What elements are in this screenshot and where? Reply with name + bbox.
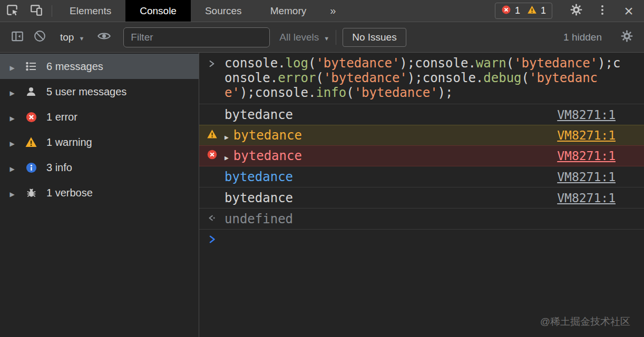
- console-result-row: undefined: [199, 209, 644, 230]
- devtools-tab-bar: Elements Console Sources Memory » 1: [0, 0, 644, 22]
- message-text: bytedance: [225, 191, 293, 205]
- user-icon: [22, 85, 40, 98]
- sidebar-item-all-messages[interactable]: 6 messages: [0, 54, 199, 79]
- warning-icon: [22, 136, 40, 148]
- console-toolbar: top All levels No Issues 1 hidden: [0, 22, 644, 53]
- console-content: 6 messages 5 user messages: [0, 53, 644, 337]
- block-icon: [33, 29, 46, 45]
- sidebar-item-warnings[interactable]: 1 warning: [0, 130, 199, 155]
- settings-button[interactable]: [564, 3, 588, 18]
- error-icon: [22, 111, 40, 123]
- filter-input[interactable]: [123, 27, 270, 47]
- source-link[interactable]: VM8271:1: [557, 170, 616, 184]
- disclosure-triangle-icon[interactable]: [5, 187, 19, 199]
- result-value: undefined: [225, 212, 293, 226]
- disclosure-triangle-icon[interactable]: [5, 162, 19, 174]
- prompt-chevron-icon: [207, 234, 218, 247]
- chevron-down-icon: [324, 32, 329, 43]
- console-prompt-row[interactable]: [199, 230, 644, 251]
- sidebar-item-label: 1 error: [46, 111, 77, 123]
- disclosure-triangle-icon[interactable]: [5, 136, 19, 148]
- close-devtools-button[interactable]: ×: [617, 3, 641, 19]
- clear-console-button[interactable]: [28, 29, 51, 45]
- source-link[interactable]: VM8271:1: [557, 191, 616, 205]
- gear-icon: [620, 29, 633, 45]
- message-text: bytedance: [233, 148, 302, 163]
- warning-icon: [207, 128, 218, 143]
- sidebar-item-label: 3 info: [46, 162, 72, 174]
- sidebar-item-verbose[interactable]: 1 verbose: [0, 180, 199, 205]
- device-toolbar-icon: [30, 3, 43, 19]
- sidebar-panel-icon: [11, 29, 24, 45]
- source-link[interactable]: VM8271:1: [557, 149, 616, 163]
- console-sidebar: 6 messages 5 user messages: [0, 53, 199, 337]
- console-message-debug: bytedance VM8271:1: [199, 166, 644, 187]
- disclosure-triangle-icon[interactable]: [5, 111, 19, 123]
- javascript-context-selector[interactable]: top: [60, 32, 84, 43]
- gear-icon: [570, 3, 583, 18]
- create-live-expression-button[interactable]: [93, 29, 115, 45]
- sidebar-item-label: 6 messages: [46, 61, 103, 73]
- divider: [336, 30, 336, 45]
- more-tabs-button[interactable]: »: [320, 0, 345, 22]
- warning-count-icon: [527, 5, 537, 17]
- context-label: top: [60, 32, 74, 43]
- sidebar-item-user-messages[interactable]: 5 user messages: [0, 79, 199, 104]
- command-echo-row: console.log('bytedance');console.warn('b…: [199, 53, 644, 104]
- kebab-menu-icon: [596, 4, 609, 18]
- console-message-error: bytedance VM8271:1: [199, 145, 644, 166]
- error-icon: [207, 148, 218, 163]
- toggle-device-toolbar-button[interactable]: [24, 0, 48, 22]
- sidebar-item-errors[interactable]: 1 error: [0, 104, 199, 130]
- toggle-console-sidebar-button[interactable]: [6, 29, 28, 45]
- watermark-text: @稀土掘金技术社区: [540, 315, 630, 329]
- sidebar-item-info[interactable]: 3 info: [0, 155, 199, 180]
- tab-console[interactable]: Console: [125, 0, 191, 22]
- tab-memory[interactable]: Memory: [256, 0, 321, 22]
- sidebar-item-label: 5 user messages: [46, 86, 126, 98]
- panel-tabs: Elements Console Sources Memory »: [55, 0, 345, 22]
- sidebar-item-label: 1 verbose: [46, 187, 93, 199]
- return-value-icon: [207, 212, 217, 226]
- chevron-right-icon: [207, 58, 217, 71]
- console-message-info: bytedance VM8271:1: [199, 187, 644, 209]
- log-levels-label: All levels: [279, 32, 319, 43]
- warning-count: 1: [541, 5, 546, 16]
- error-count-icon: [501, 5, 511, 17]
- bug-icon: [22, 187, 40, 199]
- close-icon: ×: [624, 3, 633, 19]
- tab-bar-spacer: [345, 0, 495, 22]
- console-settings-button[interactable]: [616, 29, 638, 45]
- tab-bar-right-controls: ×: [564, 0, 641, 22]
- tab-elements[interactable]: Elements: [55, 0, 125, 22]
- disclosure-triangle-icon[interactable]: [5, 86, 19, 98]
- message-text: bytedance: [225, 170, 293, 184]
- chevron-down-icon: [79, 32, 84, 43]
- issues-counter-badge[interactable]: 1 1: [495, 3, 552, 19]
- log-levels-dropdown[interactable]: All levels: [279, 32, 329, 43]
- disclosure-triangle-icon[interactable]: [5, 61, 19, 73]
- console-message-log: bytedance VM8271:1: [199, 104, 644, 125]
- divider: [52, 5, 52, 17]
- console-messages-pane[interactable]: console.log('bytedance');console.warn('b…: [199, 53, 644, 337]
- command-echo-text: console.log('bytedance');console.warn('b…: [225, 56, 623, 100]
- error-count: 1: [515, 5, 520, 16]
- source-link[interactable]: VM8271:1: [557, 128, 616, 142]
- message-text: bytedance: [233, 128, 302, 143]
- inspect-cursor-icon: [5, 3, 19, 19]
- expand-triangle-icon[interactable]: [225, 128, 229, 143]
- info-icon: [22, 162, 40, 174]
- source-link[interactable]: VM8271:1: [557, 108, 616, 122]
- more-options-button[interactable]: [590, 4, 614, 18]
- hidden-messages-count: 1 hidden: [563, 32, 602, 43]
- eye-icon: [97, 29, 111, 45]
- console-message-warning: bytedance VM8271:1: [199, 125, 644, 146]
- inspect-element-button[interactable]: [0, 0, 24, 22]
- list-icon: [22, 60, 40, 73]
- tab-sources[interactable]: Sources: [191, 0, 256, 22]
- devtools-window: Elements Console Sources Memory » 1: [0, 0, 644, 337]
- message-text: bytedance: [225, 107, 293, 122]
- sidebar-item-label: 1 warning: [46, 136, 92, 148]
- no-issues-button[interactable]: No Issues: [343, 28, 406, 47]
- expand-triangle-icon[interactable]: [225, 148, 229, 163]
